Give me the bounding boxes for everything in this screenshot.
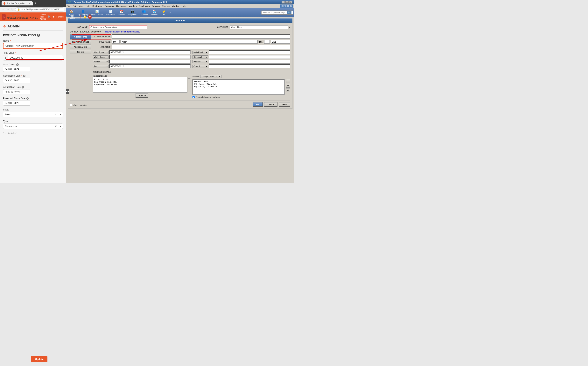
fax-input[interactable] <box>109 64 191 68</box>
cancel-button[interactable]: Cancel <box>264 102 278 107</box>
tab-address-info[interactable]: Address Info <box>70 34 91 39</box>
default-shipping-checkbox[interactable] <box>193 96 195 98</box>
toolbar-billtracker-button[interactable]: 🧾 Bill Tracker <box>105 9 116 16</box>
toolbar-incometracker-button[interactable]: 📊 Income Tracker <box>90 9 105 16</box>
menu-reports[interactable]: Reports <box>162 5 170 7</box>
qb-minimize-button[interactable]: _ <box>282 1 285 3</box>
projected-finish-input[interactable] <box>3 101 30 105</box>
disc-hub-btn[interactable]: DISC HUB <box>280 4 293 8</box>
tab-additional-info[interactable]: Additional Info <box>70 45 91 49</box>
name-last-input[interactable] <box>271 40 290 44</box>
other1-input[interactable] <box>209 64 290 68</box>
help-button[interactable]: Help <box>279 102 290 107</box>
qb-search-input[interactable] <box>263 11 286 14</box>
search-icon[interactable]: 🔍 <box>47 15 51 18</box>
copy-address-button[interactable]: Copy >> <box>136 93 148 98</box>
job-title-input[interactable] <box>112 45 290 49</box>
toolbar-customers-button[interactable]: 👥 Customers <box>139 9 150 16</box>
website-select[interactable]: Website ▾ <box>193 60 208 63</box>
main-email-select[interactable]: Main Email ▾ <box>193 51 208 54</box>
stage-dropdown-icon[interactable]: ▾ <box>58 112 63 117</box>
website-input[interactable] <box>209 60 290 64</box>
company-name-input[interactable] <box>112 34 290 39</box>
user-avatar[interactable]: JA <box>88 14 92 19</box>
invoice-address-textarea[interactable]: Albert Cruz 852 Ocean View Rd. Bayshore,… <box>93 77 188 92</box>
work-phone-input[interactable] <box>109 55 191 59</box>
back-button[interactable]: ← <box>1 8 5 11</box>
menu-employees[interactable]: Employees <box>139 5 150 7</box>
qb-restore-button[interactable]: □ <box>286 1 288 3</box>
job-name-input[interactable] <box>89 25 147 29</box>
completion-date-info-icon[interactable]: ? <box>23 75 25 77</box>
toolbar-calendar-button[interactable]: 📅 Calendar <box>117 9 127 16</box>
menu-vendors[interactable]: Vendors <box>129 5 137 7</box>
tab-close-icon[interactable]: ✕ <box>29 2 31 5</box>
menu-edit[interactable]: Edit <box>73 5 76 7</box>
menu-contractor[interactable]: Contractor <box>92 5 102 7</box>
new-tab-button[interactable]: + <box>35 1 36 5</box>
ship-address-textarea[interactable]: Albert Cruz 852 Ocean View Rd. Bayshore,… <box>193 79 285 95</box>
ok-button[interactable]: OK <box>253 102 263 107</box>
adjust-balance-link[interactable]: How do I adjust the current balance? <box>106 30 140 33</box>
qb-close-button[interactable]: ✕ <box>289 1 293 3</box>
mobile-input[interactable] <box>109 60 191 64</box>
other1-select[interactable]: Other 1 ▾ <box>193 65 208 68</box>
customer-dropdown-icon[interactable]: ▾ <box>289 26 290 29</box>
fax-select[interactable]: Fax ▾ <box>93 65 108 68</box>
apps-icon[interactable]: ⊞ <box>66 15 68 18</box>
name-first-input[interactable] <box>121 40 258 44</box>
address-bar[interactable]: 🔒 https://us02.procore.com/5981343257366… <box>15 8 64 11</box>
toolbar-snapshots-button[interactable]: 📷 Snapshots <box>127 9 138 16</box>
help-icon[interactable]: ❓ <box>79 15 82 18</box>
main-phone-select[interactable]: Main Phone ▾ <box>93 51 108 54</box>
favorites-label[interactable]: Favorites <box>56 16 64 18</box>
mobile-select[interactable]: Mobile ▾ <box>93 60 108 63</box>
actual-start-info-icon[interactable]: ? <box>22 86 24 89</box>
cc-email-input[interactable] <box>209 55 290 59</box>
menu-lists[interactable]: Lists <box>86 5 90 7</box>
collapse-handle[interactable]: ◀◀ <box>66 89 69 94</box>
apps-select-label[interactable]: Apps Select <box>70 15 77 19</box>
name-mi-input[interactable] <box>264 40 270 44</box>
tab-job-info[interactable]: Job Info <box>70 50 91 54</box>
menu-window[interactable]: Window <box>172 5 180 7</box>
procore-home-icon[interactable]: ⌂ <box>2 14 6 20</box>
main-email-input[interactable] <box>209 50 290 54</box>
projected-finish-info-icon[interactable]: ? <box>26 97 29 100</box>
type-dropdown-icon[interactable]: ▾ <box>58 124 63 129</box>
start-date-info-icon[interactable]: ? <box>16 63 19 66</box>
menu-view[interactable]: View <box>79 5 83 7</box>
tab-payment-settings[interactable]: Payment Settings <box>70 39 91 44</box>
browser-tab[interactable]: C Admin • Cruz, Albert:Cottage - ✕ <box>1 1 33 5</box>
ship-to-select[interactable]: Cottage - New Co... ▾ <box>200 75 222 78</box>
ship-add-button[interactable]: + <box>286 79 290 83</box>
completion-date-input[interactable] <box>3 78 30 83</box>
refresh-button[interactable]: ↻ <box>11 8 14 11</box>
stage-clear-icon[interactable]: ✕ <box>53 112 58 117</box>
menu-company[interactable]: Company <box>105 5 114 7</box>
actual-start-input[interactable] <box>3 90 30 94</box>
menu-file[interactable]: File <box>67 5 70 7</box>
forward-button[interactable]: → <box>6 8 10 11</box>
menu-customers[interactable]: Customers <box>116 5 126 7</box>
toolbar-er-button[interactable]: ⚡ Er <box>160 9 168 16</box>
notification-icon[interactable]: 🔔 <box>83 15 87 18</box>
invoice-edit-icon[interactable]: ✏ <box>188 77 191 80</box>
qb-search-button[interactable]: 🔍 <box>287 11 292 14</box>
main-phone-input[interactable] <box>109 50 191 54</box>
job-inactive-checkbox[interactable] <box>70 104 72 106</box>
ship-delete-button[interactable]: 🗑 <box>286 89 290 92</box>
start-date-input[interactable] <box>3 67 30 72</box>
menu-help[interactable]: Help <box>182 5 186 7</box>
name-input[interactable] <box>3 43 63 49</box>
type-clear-icon[interactable]: ✕ <box>53 124 58 129</box>
cc-email-select[interactable]: CC Email ▾ <box>193 55 208 59</box>
menu-banking[interactable]: Banking <box>152 5 160 7</box>
toolbar-more-icon[interactable]: » <box>170 11 171 14</box>
customer-input[interactable] <box>230 25 288 29</box>
work-phone-select[interactable]: Work Phone ▾ <box>93 55 108 59</box>
section-info-icon[interactable]: ? <box>37 34 40 37</box>
total-value-input[interactable] <box>8 55 63 60</box>
name-prefix-input[interactable] <box>112 40 120 44</box>
ship-edit-button[interactable]: ✏ <box>286 84 290 88</box>
